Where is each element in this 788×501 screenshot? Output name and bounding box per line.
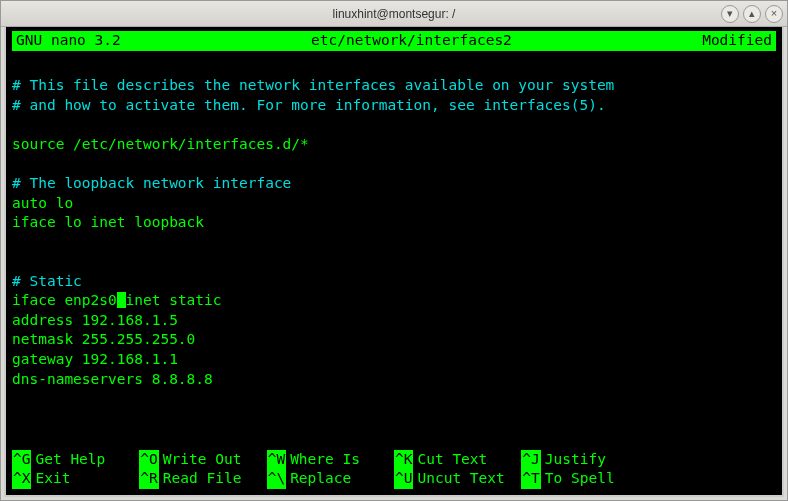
shortcut-key: ^W: [267, 450, 286, 470]
nano-version: GNU nano 3.2: [16, 31, 141, 51]
shortcut-key: ^X: [12, 469, 31, 489]
editor-line: iface enp2s0 inet static: [12, 291, 776, 311]
nano-status: Modified: [682, 31, 772, 51]
editor-content[interactable]: # This file describes the network interf…: [12, 51, 776, 450]
nano-shortcut[interactable]: ^\Replace: [267, 469, 394, 489]
close-button[interactable]: ×: [765, 5, 783, 23]
shortcut-label: Exit: [35, 469, 70, 489]
editor-line: dns-nameservers 8.8.8.8: [12, 370, 776, 390]
nano-header-bar: GNU nano 3.2 etc/network/interfaces2 Mod…: [12, 31, 776, 51]
editor-line: source /etc/network/interfaces.d/*: [12, 135, 776, 155]
minimize-button[interactable]: ▾: [721, 5, 739, 23]
editor-line: iface lo inet loopback: [12, 213, 776, 233]
editor-line: netmask 255.255.255.0: [12, 330, 776, 350]
shortcut-label: Where Is: [290, 450, 360, 470]
nano-shortcut[interactable]: ^OWrite Out: [139, 450, 266, 470]
terminal-window: linuxhint@montsegur: / ▾ ▴ × GNU nano 3.…: [0, 0, 788, 501]
shortcut-key: ^K: [394, 450, 413, 470]
shortcut-key: ^J: [521, 450, 540, 470]
shortcut-label: Cut Text: [417, 450, 487, 470]
shortcut-key: ^R: [139, 469, 158, 489]
nano-shortcut[interactable]: ^GGet Help: [12, 450, 139, 470]
editor-line: # Static: [12, 272, 776, 292]
shortcut-key: ^T: [521, 469, 540, 489]
terminal-area[interactable]: GNU nano 3.2 etc/network/interfaces2 Mod…: [4, 27, 784, 497]
window-controls: ▾ ▴ ×: [721, 5, 783, 23]
editor-line: [12, 115, 776, 135]
shortcut-key: ^G: [12, 450, 31, 470]
nano-filepath: etc/network/interfaces2: [141, 31, 682, 51]
shortcut-label: Justify: [545, 450, 606, 470]
editor-line: [12, 57, 776, 77]
editor-line: auto lo: [12, 194, 776, 214]
text-cursor: [117, 292, 126, 308]
maximize-button[interactable]: ▴: [743, 5, 761, 23]
window-title: linuxhint@montsegur: /: [333, 7, 456, 21]
nano-shortcut[interactable]: ^JJustify: [521, 450, 648, 470]
shortcut-label: Write Out: [163, 450, 242, 470]
window-titlebar: linuxhint@montsegur: / ▾ ▴ ×: [1, 1, 787, 27]
nano-shortcut[interactable]: ^WWhere Is: [267, 450, 394, 470]
shortcut-label: Read File: [163, 469, 242, 489]
shortcut-key: ^\: [267, 469, 286, 489]
editor-line: [12, 252, 776, 272]
shortcut-key: ^U: [394, 469, 413, 489]
editor-line: [12, 233, 776, 253]
editor-line: # The loopback network interface: [12, 174, 776, 194]
editor-line: [12, 154, 776, 174]
shortcut-label: Replace: [290, 469, 351, 489]
shortcut-label: Get Help: [35, 450, 105, 470]
editor-line: address 192.168.1.5: [12, 311, 776, 331]
editor-line: gateway 192.168.1.1: [12, 350, 776, 370]
editor-line: # This file describes the network interf…: [12, 76, 776, 96]
shortcut-filler: [649, 450, 776, 470]
nano-shortcut[interactable]: ^KCut Text: [394, 450, 521, 470]
nano-shortcut[interactable]: ^RRead File: [139, 469, 266, 489]
shortcut-key: ^O: [139, 450, 158, 470]
shortcut-label: Uncut Text: [417, 469, 504, 489]
nano-shortcut[interactable]: ^UUncut Text: [394, 469, 521, 489]
editor-line: # and how to activate them. For more inf…: [12, 96, 776, 116]
nano-shortcuts: ^GGet Help^OWrite Out^WWhere Is^KCut Tex…: [12, 450, 776, 491]
shortcut-label: To Spell: [545, 469, 615, 489]
nano-shortcut[interactable]: ^XExit: [12, 469, 139, 489]
shortcut-filler: [649, 469, 776, 489]
nano-shortcut[interactable]: ^TTo Spell: [521, 469, 648, 489]
